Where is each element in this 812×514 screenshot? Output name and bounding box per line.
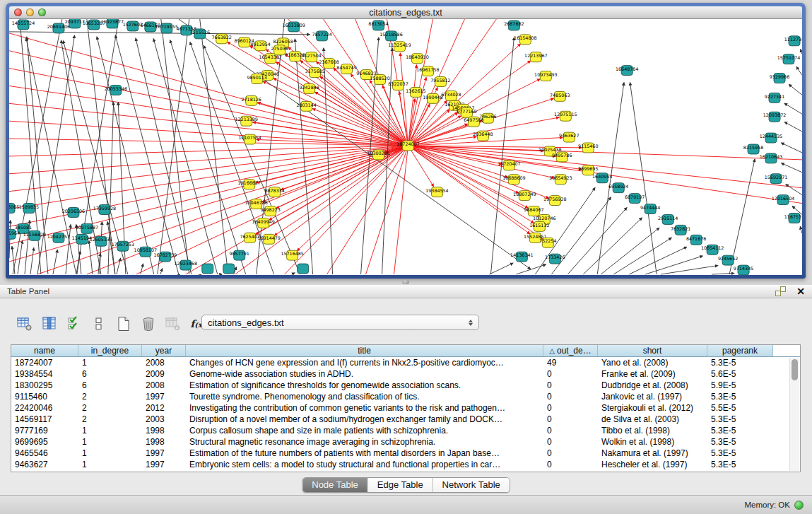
graph-node-label: 8813054: [368, 21, 388, 27]
graph-node-label: 19166827: [237, 180, 260, 186]
citation-edge-red: [408, 19, 496, 146]
graph-node-label: 2526065: [9, 204, 19, 210]
tab-edge-table[interactable]: Edge Table: [367, 478, 433, 492]
citation-edge-black: [30, 247, 34, 274]
citation-edge-black: [712, 273, 734, 274]
table-cell: 18724007: [11, 358, 78, 368]
delete-table-icon[interactable]: [164, 315, 182, 333]
column-header-name[interactable]: name: [11, 345, 78, 356]
select-all-icon[interactable]: [65, 315, 83, 333]
graph-node-label: 15923877: [101, 19, 124, 25]
table-settings-icon[interactable]: [16, 315, 34, 333]
table-row[interactable]: 969969511998Structural magnetic resonanc…: [11, 436, 800, 448]
citation-edge-red: [257, 103, 408, 146]
network-view-window[interactable]: citations_edges.txt 18724007766382289601…: [6, 3, 806, 279]
graph-node-label: 9495786: [552, 153, 572, 158]
network-canvas[interactable]: 1872400776638228960124891295416543387224…: [9, 19, 802, 275]
close-window-icon[interactable]: [14, 8, 22, 16]
graph-node-label: 15046786: [245, 200, 267, 206]
column-header-title[interactable]: title: [186, 345, 543, 356]
graph-node-label: 2718126: [241, 97, 261, 103]
graph-node-label: 8878334: [264, 188, 284, 194]
graph-node-label: 15751074: [777, 55, 800, 61]
graph-node[interactable]: [202, 264, 213, 274]
table-row[interactable]: 977716911998Corpus callosum shape and si…: [11, 425, 800, 436]
delete-entries-icon[interactable]: [139, 315, 158, 333]
table-row[interactable]: 1872400712008Changes of HCN gene express…: [11, 357, 800, 368]
table-selector-dropdown[interactable]: citations_edges.txt: [201, 315, 479, 330]
table-row[interactable]: 911546021997Tourette syndrome. Phenomeno…: [11, 391, 800, 402]
table-cell: 5.5E-5: [707, 403, 773, 413]
close-panel-icon[interactable]: ✕: [796, 286, 805, 296]
column-header-in_degree[interactable]: in_degree: [78, 345, 142, 356]
column-header-short[interactable]: short: [598, 345, 707, 356]
citation-edge-red: [9, 146, 408, 262]
graph-node-label: 9890113: [247, 75, 266, 81]
graph-node[interactable]: [223, 264, 235, 274]
table-header-row: namein_degreeyeartitle△out_de…shortpager…: [11, 345, 800, 357]
table-cell: 49: [543, 358, 598, 368]
citation-edge-red: [9, 146, 408, 156]
window-titlebar[interactable]: citations_edges.txt: [9, 6, 802, 19]
graph-node-label: 10719155: [155, 24, 178, 30]
graph-node-label: 15692971: [765, 175, 787, 180]
table-row[interactable]: 946554611997Estimation of the future num…: [11, 448, 800, 459]
graph-node-label: 9498223: [260, 207, 280, 213]
create-table-icon[interactable]: [114, 315, 133, 333]
table-cell: 5.3E-5: [707, 460, 773, 469]
graph-node-label: 7632621: [671, 226, 690, 232]
citation-graph[interactable]: 1872400776638228960124891295416543387224…: [9, 19, 802, 275]
table-selector-value: citations_edges.txt: [208, 317, 464, 328]
column-header-year[interactable]: year: [142, 345, 186, 356]
scrollbar-thumb[interactable]: [792, 359, 798, 380]
table-cell: 0: [543, 380, 598, 390]
table-cell: 5.3E-5: [707, 448, 773, 458]
minimize-window-icon[interactable]: [26, 8, 34, 16]
maximize-window-icon[interactable]: [38, 8, 46, 16]
graph-node-label: 2803144: [296, 103, 316, 108]
table-scrollbar[interactable]: [789, 358, 799, 471]
split-handle[interactable]: [402, 280, 409, 284]
graph-node-label: 16409949: [252, 219, 274, 225]
table-row[interactable]: 1830029562008Estimation of significance …: [11, 380, 800, 391]
float-panel-icon[interactable]: [775, 286, 787, 296]
tab-node-table[interactable]: Node Table: [302, 478, 367, 492]
table-row[interactable]: 2242004622012Investigating the contribut…: [11, 402, 800, 414]
table-cell: 1997: [142, 460, 186, 469]
memory-indicator[interactable]: [794, 501, 804, 510]
column-header-pagerank[interactable]: pagerank: [707, 345, 773, 356]
table-cell: 6: [78, 380, 142, 390]
graph-node-label: 11156829: [23, 232, 46, 238]
citation-edge-black: [141, 264, 143, 274]
graph-node-label: 9127504: [301, 53, 321, 59]
graph-node-label: 18807249: [513, 192, 536, 197]
citation-edge-black: [784, 122, 802, 132]
graph-node-label: 14136141: [510, 252, 533, 258]
sort-asc-icon: △: [549, 347, 555, 355]
table-cell: Yano et al. (2008): [598, 358, 707, 368]
citation-edge-black: [784, 103, 802, 114]
table-cell: 14569117: [11, 414, 78, 424]
graph-node-label: 385081: [15, 225, 32, 230]
graph-node-label: 2367608: [319, 59, 339, 65]
clear-selection-icon[interactable]: [90, 315, 108, 333]
table-cell: Estimation of the future numbers of pati…: [186, 448, 543, 458]
graph-node-label: 15716485: [281, 251, 303, 257]
tab-network-table[interactable]: Network Table: [433, 478, 510, 492]
graph-node-label: 9115460: [578, 144, 598, 149]
column-header-out_de[interactable]: △out_de…: [543, 345, 598, 356]
table-row[interactable]: 1456911722003Disruption of a novel membe…: [11, 414, 800, 425]
graph-node-label: 20206506: [62, 209, 85, 214]
table-cell: 2: [78, 403, 142, 413]
table-row[interactable]: 946362711997Embryonic stem cells: a mode…: [11, 459, 800, 470]
citation-edge-black: [160, 269, 163, 274]
graph-node-label: 16782759: [154, 252, 177, 258]
table-cell: Embryonic stem cells: a model to study s…: [186, 460, 543, 469]
table-row[interactable]: 1938455462009Genome-wide association stu…: [11, 368, 800, 380]
show-columns-icon[interactable]: [40, 315, 59, 333]
table-cell: Estimation of significance thresholds fo…: [186, 380, 543, 390]
graph-node-label: 2935114: [658, 216, 678, 221]
graph-node[interactable]: [298, 264, 309, 274]
table-cell: 1998: [142, 437, 186, 447]
graph-node-label: 19756928: [543, 197, 566, 202]
